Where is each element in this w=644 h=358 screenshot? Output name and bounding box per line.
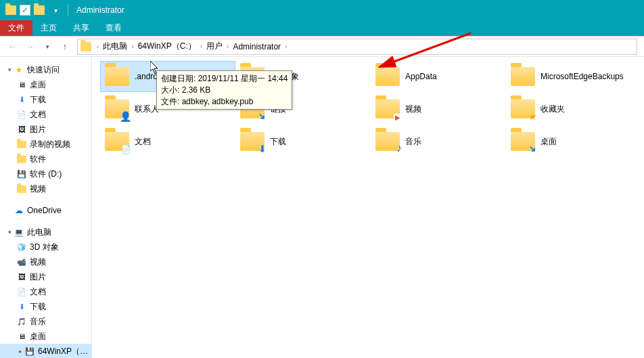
folder-icon [374, 64, 401, 89]
tree-label: 软件 [30, 154, 91, 165]
nav-up-button[interactable]: ↑ [57, 39, 73, 55]
tree-item-drive-c[interactable]: ▸64WinXP（C:） [0, 344, 91, 358]
folder-name: 下载 [270, 136, 286, 148]
star-icon [14, 64, 24, 75]
tree-label: 视频 [30, 256, 91, 268]
down-overlay-icon [258, 143, 267, 154]
folder-name: 文档 [135, 136, 151, 148]
folder-icon [509, 97, 536, 121]
tree-quick-access[interactable]: ▾ 快速访问 [0, 62, 91, 77]
tree-label: 录制的视频 [30, 139, 91, 150]
chevron-right-icon[interactable]: › [283, 43, 288, 50]
tree-onedrive[interactable]: OneDrive [0, 203, 91, 218]
video-overlay-icon [394, 111, 402, 122]
doc-overlay-icon [121, 143, 131, 154]
tree-item-desktop[interactable]: 桌面 [0, 329, 91, 344]
chevron-right-icon[interactable]: › [225, 43, 230, 50]
folder-name: 桌面 [540, 136, 557, 148]
tree-item-pictures[interactable]: 图片 [0, 122, 91, 137]
tree-item-pictures[interactable]: 图片 [0, 269, 91, 284]
folder-icon [104, 97, 131, 121]
tree-item-software[interactable]: 软件 [0, 152, 91, 166]
tree-item-documents[interactable]: 文档 [0, 284, 91, 299]
chevron-right-icon[interactable]: › [95, 43, 100, 50]
folder-icon [17, 141, 26, 148]
nav-recent-dropdown[interactable]: ▾ [39, 39, 55, 55]
document-icon [16, 109, 27, 120]
tree-item-documents[interactable]: 文档 [0, 107, 91, 122]
tree-label: 音乐 [30, 316, 91, 328]
folder-item[interactable]: 下载 [235, 126, 371, 157]
folder-content-pane[interactable]: .android3D 对象AppDataMicrosoftEdgeBackups… [92, 57, 644, 358]
pc-icon [14, 227, 24, 238]
title-bar: ✓ ▾ Administrator [0, 0, 644, 20]
folder-icon [374, 97, 401, 121]
tree-label: 桌面 [30, 79, 91, 91]
tooltip-line: 大小: 2.36 KB [161, 85, 288, 96]
music-overlay-icon [396, 142, 402, 154]
folder-item[interactable]: 音乐 [371, 126, 506, 157]
tree-label: 图片 [30, 124, 91, 135]
folder-icon [17, 156, 26, 163]
drive-icon [16, 169, 27, 179]
tree-label: 桌面 [30, 331, 91, 342]
chevron-right-icon[interactable]: › [130, 43, 135, 50]
tree-label: 快速访问 [27, 64, 91, 76]
folder-item[interactable]: AppData [371, 61, 506, 92]
onedrive-icon [14, 205, 24, 216]
tab-view[interactable]: 查看 [97, 20, 130, 36]
ribbon-tabs: 文件 主页 共享 查看 [0, 20, 644, 37]
contact-overlay-icon [120, 111, 131, 122]
picture-icon [16, 124, 27, 135]
tree-item-videos[interactable]: 视频 [0, 254, 91, 269]
picture-icon [16, 271, 27, 282]
music-icon [16, 316, 27, 327]
qat-checkbox-icon[interactable]: ✓ [20, 5, 30, 16]
tree-label: 此电脑 [27, 227, 91, 238]
tree-item-recordings[interactable]: 录制的视频 [0, 137, 91, 152]
drive-icon [24, 346, 35, 357]
folder-item[interactable]: 桌面 [506, 126, 641, 157]
breadcrumb-item[interactable]: 此电脑 [100, 41, 130, 52]
folder-icon [509, 129, 536, 154]
breadcrumb-item[interactable]: 64WinXP（C:） [135, 41, 199, 52]
folder-name: MicrosoftEdgeBackups [540, 72, 624, 81]
nav-forward-button[interactable]: → [22, 39, 38, 55]
desktop-icon [16, 331, 27, 342]
qat-folder-icon[interactable] [32, 3, 47, 18]
tree-this-pc[interactable]: ▾ 此电脑 [0, 225, 91, 240]
desktop-icon [16, 79, 27, 90]
window-title: Administrator [76, 5, 124, 15]
folder-item[interactable]: 收藏夹 [506, 93, 641, 125]
chevron-down-icon[interactable]: ▾ [5, 66, 14, 73]
chevron-down-icon[interactable]: ▾ [5, 229, 14, 236]
tree-item-downloads[interactable]: 下载 [0, 92, 91, 107]
folder-item[interactable]: MicrosoftEdgeBackups [506, 61, 641, 92]
folder-item[interactable]: 文档 [100, 126, 235, 157]
tree-item-downloads[interactable]: 下载 [0, 299, 91, 314]
folder-item[interactable]: 视频 [371, 93, 506, 125]
chevron-right-icon[interactable]: › [199, 43, 204, 50]
breadcrumb-bar[interactable]: › 此电脑 › 64WinXP（C:） › 用户 › Administrator… [77, 39, 637, 55]
tab-file[interactable]: 文件 [0, 20, 32, 36]
qat-overflow-icon[interactable]: ▾ [48, 3, 63, 18]
navigation-tree[interactable]: ▾ 快速访问 桌面 下载 文档 图片 录制的视频 软件 软件 (D:) 视频 O… [0, 57, 92, 358]
folder-name: AppData [405, 72, 437, 81]
folder-name: 联系人 [135, 104, 159, 115]
tab-share[interactable]: 共享 [65, 20, 97, 36]
tree-label: 下载 [30, 301, 91, 313]
tree-item-videos[interactable]: 视频 [0, 181, 91, 196]
tooltip: 创建日期: 2019/11/11 星期一 14:44 大小: 2.36 KB 文… [156, 70, 292, 110]
tree-item-desktop[interactable]: 桌面 [0, 77, 91, 92]
tab-home[interactable]: 主页 [32, 20, 65, 36]
tree-label: 64WinXP（C:） [38, 346, 91, 357]
breadcrumb-item[interactable]: Administrator [230, 42, 283, 51]
chevron-right-icon[interactable]: ▸ [16, 348, 24, 355]
tree-item-3d[interactable]: 3D 对象 [0, 240, 91, 254]
breadcrumb-item[interactable]: 用户 [204, 41, 225, 52]
folder-icon [17, 185, 26, 193]
nav-back-button[interactable]: ← [4, 39, 20, 55]
tree-item-software-d[interactable]: 软件 (D:) [0, 166, 91, 181]
tree-item-music[interactable]: 音乐 [0, 314, 91, 329]
explorer-icon [3, 3, 18, 18]
